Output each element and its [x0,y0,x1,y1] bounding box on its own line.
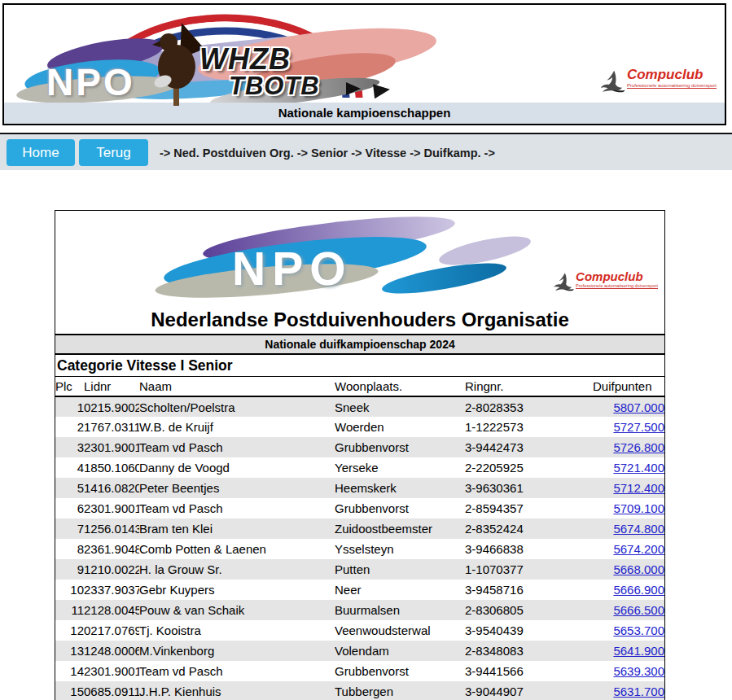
table-row: 5 1416.0820 Peter Beentjes Heemskerk 3-9… [55,478,664,498]
table-row: 3 2301.9001 Team vd Pasch Grubbenvorst 3… [55,437,664,457]
table-header-row: Plc Lidnr Naam Woonplaats. Ringnr. Duifp… [55,377,664,396]
duifpunten-link[interactable]: 5674.800 [613,522,664,536]
tbotb-arrow-icon [346,82,361,95]
duifpunten-link[interactable]: 5721.400 [613,461,664,475]
cell-duifpunten: 5674.800 [593,518,664,539]
cell-naam: M.Vinkenborg [139,641,335,661]
cell-lidnr: 1256.0143 [84,518,139,539]
terug-button[interactable]: Terug [79,139,148,166]
cell-plc: 10 [55,580,84,600]
cell-lidnr: 0685.0911 [84,681,139,700]
duifpunten-link[interactable]: 5641.900 [613,644,664,658]
cell-plc: 1 [55,396,84,417]
duifpunten-link[interactable]: 5666.500 [613,603,664,617]
cell-plc: 11 [55,600,84,620]
table-row: 6 2301.9001 Team vd Pasch Grubbenvorst 2… [55,498,664,518]
subtitle-bar: Nationale duifkampioenschap 2024 [55,334,664,355]
cell-naam: Peter Beentjes [139,478,335,498]
cell-lidnr: 0217.0769 [84,620,139,641]
cell-woonplaats: Yerseke [335,457,465,478]
duifpunten-link[interactable]: 5666.900 [613,583,664,597]
cell-ringnr: 3-9458716 [465,580,593,600]
col-header-lidnr: Lidnr [84,377,139,396]
cell-duifpunten: 5666.900 [593,580,664,600]
duifpunten-link[interactable]: 5631.700 [613,685,664,698]
category-heading: Categorie Vitesse I Senior [55,355,664,377]
cell-lidnr: 1210.0022 [84,559,139,580]
cell-woonplaats: Ysselsteyn [335,539,465,559]
cell-ringnr: 3-9442473 [465,437,593,457]
duifpunten-link[interactable]: 5674.200 [613,542,664,556]
cell-plc: 13 [55,641,84,661]
cell-woonplaats: Tubbergen [335,681,465,700]
cell-woonplaats: Neer [335,580,465,600]
duifpunten-link[interactable]: 5709.100 [613,501,664,515]
duifpunten-link[interactable]: 5668.000 [613,562,664,576]
cell-lidnr: 2361.9048 [84,539,139,559]
cell-lidnr: 2128.0045 [84,600,139,620]
table-row: 14 2301.9001 Team vd Pasch Grubbenvorst … [55,661,664,681]
cell-naam: Danny de Voogd [139,457,335,478]
table-row: 8 2361.9048 Comb Potten & Laenen Ysselst… [55,539,664,559]
cell-ringnr: 1-1222573 [465,417,593,437]
cell-lidnr: 0215.9002 [84,396,139,417]
breadcrumb: -> Ned. Postduiven Org. -> Senior -> Vit… [160,134,495,172]
cell-woonplaats: Grubbenvorst [335,437,465,457]
duifpunten-link[interactable]: 5727.500 [613,420,664,434]
cell-ringnr: 3-9466838 [465,539,593,559]
compuclub-logo-main: Compuclub Professionele automatisering d… [551,269,658,295]
table-row: 15 0685.0911 J.H.P. Kienhuis Tubbergen 3… [55,681,664,700]
cell-woonplaats: Heemskerk [335,478,465,498]
cell-naam: Team vd Pasch [139,498,335,518]
header-banner: Nationale kampioenschappen [4,103,725,124]
cell-woonplaats: Sneek [335,396,465,417]
cell-duifpunten: 5712.400 [593,478,664,498]
results-table-body: 1 0215.9002 Scholten/Poelstra Sneek 2-80… [55,396,664,700]
cell-plc: 7 [55,518,84,539]
cell-lidnr: 2301.9001 [84,498,139,518]
compuclub-logo: Compuclub Professionele automatisering d… [598,67,717,98]
compuclub-wordmark: Compuclub [576,269,658,283]
duifpunten-link[interactable]: 5712.400 [613,481,664,495]
duifpunten-link[interactable]: 5639.300 [613,664,664,678]
cell-ringnr: 2-2205925 [465,457,593,478]
cell-naam: Comb Potten & Laenen [139,539,335,559]
cell-ringnr: 3-9441566 [465,661,593,681]
cell-ringnr: 2-8028353 [465,396,593,417]
duifpunten-link[interactable]: 5653.700 [613,623,664,637]
cell-woonplaats: Zuidoostbeemster [335,518,465,539]
cell-naam: Team vd Pasch [139,661,335,681]
cell-naam: Team vd Pasch [139,437,335,457]
cell-lidnr: 1248.0006 [84,641,139,661]
cell-lidnr: 1850.1060 [84,457,139,478]
cell-duifpunten: 5674.200 [593,539,664,559]
cell-plc: 8 [55,539,84,559]
cell-plc: 9 [55,559,84,580]
cell-lidnr: 2337.9037 [84,580,139,600]
results-panel: NPO Compuclub Professionele automatiseri… [55,210,665,700]
cell-plc: 5 [55,478,84,498]
tbotb-wordmark: TBOTB [229,72,320,101]
cell-duifpunten: 5631.700 [593,681,664,700]
col-header-duifpunten: Duifpunten [593,377,664,396]
compuclub-tagline: Professionele automatisering duivensport [627,83,717,88]
duifpunten-link[interactable]: 5726.800 [613,440,664,454]
home-button[interactable]: Home [7,139,75,166]
table-row: 11 2128.0045 Pouw & van Schaik Buurmalse… [55,600,664,620]
pigeon-icon [598,67,627,98]
cell-ringnr: 2-8352424 [465,518,593,539]
cell-plc: 12 [55,620,84,641]
cell-woonplaats: Buurmalsen [335,600,465,620]
cell-plc: 6 [55,498,84,518]
col-header-plc: Plc [55,377,84,396]
table-row: 9 1210.0022 H. la Grouw Sr. Putten 1-107… [55,559,664,580]
cell-plc: 14 [55,661,84,681]
duifpunten-link[interactable]: 5807.000 [613,400,664,414]
table-row: 4 1850.1060 Danny de Voogd Yerseke 2-220… [55,457,664,478]
cell-duifpunten: 5639.300 [593,661,664,681]
cell-naam: Pouw & van Schaik [139,600,335,620]
col-header-woonplaats: Woonplaats. [335,377,465,396]
table-row: 10 2337.9037 Gebr Kuypers Neer 3-9458716… [55,580,664,600]
col-header-ringnr: Ringnr. [465,377,593,396]
cell-duifpunten: 5709.100 [593,498,664,518]
